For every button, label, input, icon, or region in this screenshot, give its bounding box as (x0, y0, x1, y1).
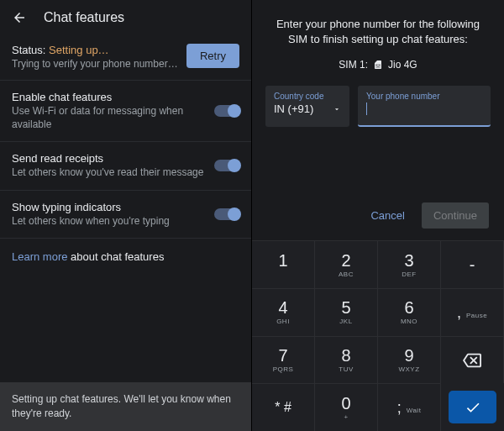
toggle-read-receipts[interactable] (214, 160, 239, 171)
prompt-text: Enter your phone number for the followin… (252, 0, 504, 55)
learn-more-row: Learn more about chat features (0, 239, 251, 275)
setting-sub: Let others know you've read their messag… (12, 166, 206, 180)
sim-card-icon (373, 60, 383, 70)
status-value: Setting up… (49, 44, 109, 56)
chat-features-pane: Chat features Status: Setting up… Trying… (0, 0, 252, 431)
key-backspace[interactable] (441, 336, 504, 384)
key-pause[interactable]: ,Pause (441, 288, 504, 336)
key-1[interactable]: 1 (252, 240, 315, 288)
country-value: IN (+91) (274, 102, 313, 115)
key-done[interactable] (449, 391, 496, 423)
input-row: Country code IN (+91) Your phone number (252, 86, 504, 127)
setting-typing-indicators[interactable]: Show typing indicators Let others know w… (0, 191, 251, 239)
status-label: Status: (12, 44, 49, 56)
continue-button[interactable]: Continue (422, 202, 489, 229)
sim-label: SIM 1: (339, 59, 368, 71)
setting-title: Enable chat features (12, 91, 206, 103)
backspace-icon (463, 351, 481, 370)
setting-title: Show typing indicators (12, 201, 206, 213)
setting-enable-chat[interactable]: Enable chat features Use Wi-Fi or data f… (0, 81, 251, 141)
key-3[interactable]: 3DEF (378, 240, 441, 288)
country-label: Country code (274, 92, 341, 101)
phone-label: Your phone number (366, 92, 482, 101)
text-cursor (366, 102, 367, 115)
numeric-keypad: 1 2ABC 3DEF - 4GHI 5JKL 6MNO ,Pause 7PQR… (252, 240, 504, 431)
sim-row: SIM 1: Jio 4G (252, 55, 504, 86)
cancel-button[interactable]: Cancel (360, 202, 414, 229)
toggle-enable-chat[interactable] (214, 105, 239, 117)
setting-title: Send read receipts (12, 152, 206, 165)
key-5[interactable]: 5JKL (315, 288, 378, 336)
setting-sub: Use Wi-Fi or data for messaging when ava… (12, 105, 206, 131)
check-icon (465, 399, 481, 416)
dialog-buttons: Cancel Continue (252, 127, 504, 240)
phone-number-field[interactable]: Your phone number (358, 86, 491, 127)
country-code-dropdown[interactable]: Country code IN (+91) (265, 86, 349, 127)
sim-carrier: Jio 4G (388, 59, 417, 71)
status-text: Status: Setting up… Trying to verify you… (12, 44, 178, 70)
retry-button[interactable]: Retry (186, 44, 239, 68)
key-minus[interactable]: - (441, 240, 504, 288)
key-7[interactable]: 7PQRS (252, 336, 315, 384)
key-8[interactable]: 8TUV (315, 336, 378, 384)
header: Chat features (0, 0, 251, 35)
status-row: Status: Setting up… Trying to verify you… (0, 35, 251, 80)
setting-read-receipts[interactable]: Send read receipts Let others know you'v… (0, 142, 251, 190)
setting-sub: Let others know when you're typing (12, 215, 206, 229)
back-arrow-icon[interactable] (12, 10, 27, 25)
key-star-hash[interactable]: * # (252, 383, 315, 431)
page-title: Chat features (44, 10, 124, 25)
key-wait[interactable]: ;Wait (378, 383, 441, 431)
learn-more-link[interactable]: Learn more (12, 250, 67, 263)
key-0[interactable]: 0+ (315, 383, 378, 431)
phone-entry-pane: Enter your phone number for the followin… (252, 0, 504, 431)
snackbar: Setting up chat features. We'll let you … (0, 382, 251, 431)
toggle-typing-indicators[interactable] (214, 208, 239, 220)
learn-more-rest: about chat features (67, 250, 164, 263)
key-6[interactable]: 6MNO (378, 288, 441, 336)
key-4[interactable]: 4GHI (252, 288, 315, 336)
key-2[interactable]: 2ABC (315, 240, 378, 288)
status-sub: Trying to verify your phone number… (12, 58, 178, 70)
chevron-down-icon (333, 105, 341, 113)
key-9[interactable]: 9WXYZ (378, 336, 441, 384)
